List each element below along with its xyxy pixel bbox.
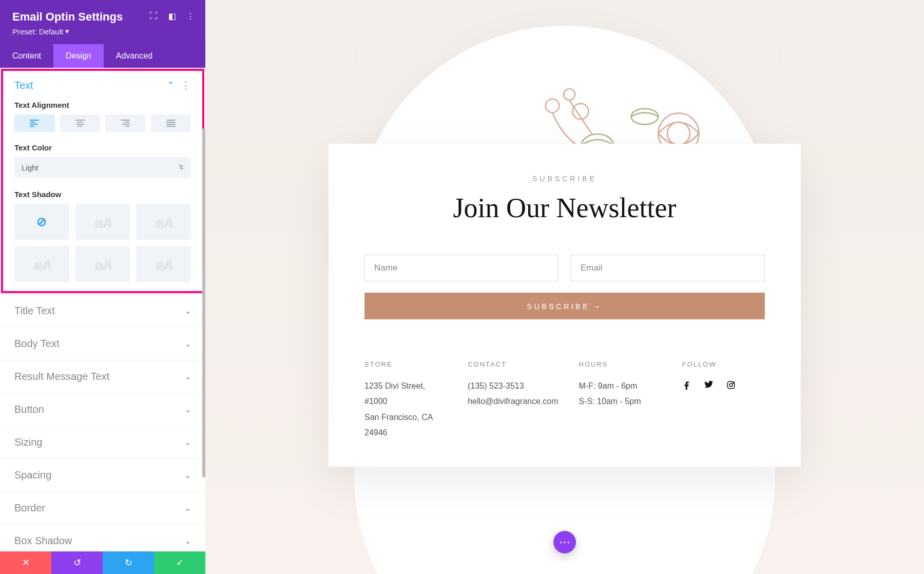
caret-down-icon: ▾ — [65, 27, 69, 36]
svg-point-5 — [667, 122, 690, 145]
instagram-icon[interactable] — [726, 380, 736, 392]
collapse-icon[interactable]: ⌃ — [167, 80, 175, 91]
alignment-label: Text Alignment — [14, 101, 191, 109]
undo-button[interactable]: ↺ — [51, 551, 103, 574]
redo-icon: ↻ — [125, 557, 132, 568]
subscribe-label: SUBSCRIBE — [364, 175, 765, 183]
align-left-button[interactable] — [14, 114, 55, 132]
chevron-down-icon: ⌄ — [184, 536, 191, 546]
tab-design[interactable]: Design — [53, 44, 104, 68]
shadow-preset-3[interactable]: aA — [14, 246, 69, 282]
align-justify-button[interactable] — [151, 114, 191, 132]
chevron-down-icon: ⌄ — [184, 405, 191, 414]
footer-store-line1: 1235 Divi Street, #1000 — [364, 378, 447, 410]
align-center-icon — [75, 120, 85, 127]
align-left-icon — [30, 120, 39, 127]
align-right-icon — [121, 120, 130, 127]
check-icon: ✓ — [176, 557, 184, 568]
chevron-down-icon: ⌄ — [184, 306, 191, 316]
shadow-preset-1[interactable]: aA — [75, 204, 130, 240]
tab-advanced[interactable]: Advanced — [104, 44, 165, 68]
name-field[interactable] — [364, 255, 559, 281]
subscribe-button[interactable]: SUBSCRIBE → — [364, 293, 765, 319]
chevron-down-icon: ⌄ — [184, 470, 191, 480]
preview-canvas: SUBSCRIBE Join Our Newsletter SUBSCRIBE … — [205, 0, 924, 574]
undo-icon: ↺ — [73, 557, 81, 568]
section-more-icon[interactable]: ⋮ — [181, 79, 191, 91]
tab-content[interactable]: Content — [0, 44, 53, 68]
close-icon: ✕ — [22, 557, 30, 568]
accordion-result-message[interactable]: Result Message Text ⌄ — [0, 360, 205, 393]
settings-tabs: Content Design Advanced — [0, 44, 205, 68]
shadow-preset-4[interactable]: aA — [75, 246, 130, 282]
footer-contact-heading: CONTACT — [468, 360, 558, 368]
svg-point-0 — [546, 99, 559, 112]
newsletter-card: SUBSCRIBE Join Our Newsletter SUBSCRIBE … — [329, 144, 801, 467]
arrow-right-icon: → — [593, 302, 603, 311]
accordion-border[interactable]: Border ⌄ — [0, 491, 205, 524]
footer-hours-line1: M-F: 9am - 6pm — [579, 378, 662, 394]
footer-store-heading: STORE — [364, 360, 447, 368]
chevron-down-icon: ⌄ — [184, 372, 191, 381]
shadow-preset-5[interactable]: aA — [136, 246, 191, 282]
save-button[interactable]: ✓ — [154, 551, 205, 574]
shadow-none-button[interactable]: ⊘ — [14, 204, 69, 240]
facebook-icon[interactable] — [682, 380, 691, 392]
chevron-down-icon: ⌄ — [184, 339, 191, 349]
close-button[interactable]: ✕ — [0, 551, 51, 574]
text-section-highlight: Text ⌃ ⋮ Text Alignment — [1, 69, 204, 293]
accordion-sizing[interactable]: Sizing ⌄ — [0, 426, 205, 458]
footer-store-line2: San Francisco, CA 24946 — [364, 410, 447, 441]
fab-button[interactable]: ⋯ — [553, 531, 576, 553]
no-shadow-icon: ⊘ — [36, 215, 47, 229]
shadow-preset-2[interactable]: aA — [136, 204, 191, 240]
footer-contact-email: hello@divifragrance.com — [468, 394, 558, 409]
footer-hours-line2: S-S: 10am - 5pm — [579, 394, 662, 409]
align-justify-icon — [166, 120, 176, 127]
email-field[interactable] — [571, 255, 765, 281]
accordion-spacing[interactable]: Spacing ⌄ — [0, 458, 205, 491]
footer-hours-heading: HOURS — [579, 360, 662, 368]
accordion-title-text[interactable]: Title Text ⌄ — [0, 294, 205, 327]
svg-point-6 — [631, 109, 659, 125]
expand-icon[interactable]: ⛶ — [149, 11, 158, 21]
section-text-title[interactable]: Text — [14, 80, 33, 91]
align-right-button[interactable] — [105, 114, 146, 132]
more-icon[interactable]: ⋮ — [186, 11, 195, 21]
text-shadow-label: Text Shadow — [14, 190, 191, 199]
redo-button[interactable]: ↻ — [103, 551, 154, 574]
settings-header: Email Optin Settings Preset: Default ▾ ⛶… — [0, 0, 205, 44]
accordion-button[interactable]: Button ⌄ — [0, 393, 205, 426]
text-color-label: Text Color — [14, 143, 191, 152]
accordion-body-text[interactable]: Body Text ⌄ — [0, 327, 205, 360]
svg-point-15 — [729, 384, 733, 387]
newsletter-title: Join Our Newsletter — [364, 192, 765, 224]
preset-dropdown[interactable]: Preset: Default ▾ — [12, 27, 193, 36]
svg-point-1 — [564, 89, 575, 100]
text-color-select[interactable]: Light — [14, 157, 191, 178]
footer-follow-heading: FOLLOW — [682, 360, 765, 368]
svg-point-16 — [733, 382, 734, 384]
align-center-button[interactable] — [60, 114, 101, 132]
chevron-down-icon: ⌄ — [184, 437, 191, 447]
twitter-icon[interactable] — [704, 380, 714, 392]
dots-icon: ⋯ — [559, 535, 570, 549]
panel-icon[interactable]: ◧ — [167, 11, 177, 21]
footer-contact-phone: (135) 523-3513 — [468, 378, 558, 394]
chevron-down-icon: ⌄ — [184, 503, 191, 513]
